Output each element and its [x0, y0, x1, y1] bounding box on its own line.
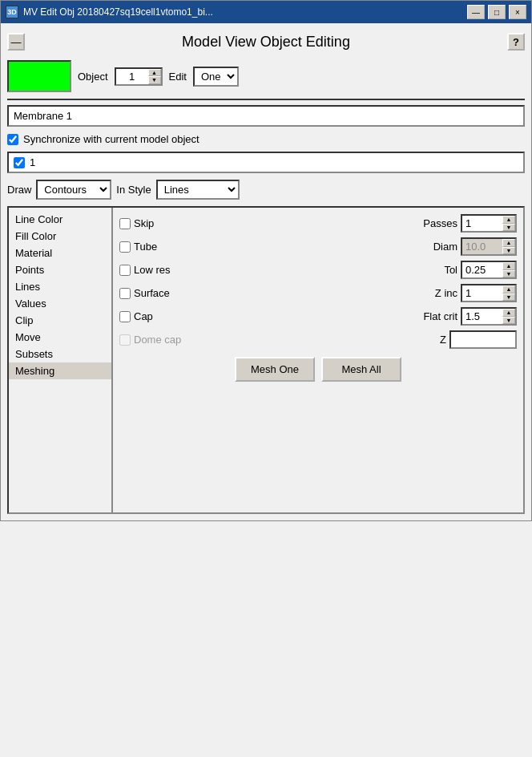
flat-crit-group: Flat crit ▲ ▼: [423, 307, 517, 326]
dome-cap-check-label: Dome cap: [119, 334, 191, 346]
main-window: 3D MV Edit Obj 20180427sq19cell1vtomo1_b…: [0, 0, 532, 521]
flat-crit-spinbox[interactable]: ▲ ▼: [461, 307, 517, 326]
edit-dropdown[interactable]: One All: [193, 67, 239, 87]
skip-label: Skip: [134, 217, 154, 229]
passes-spin-up[interactable]: ▲: [502, 216, 515, 224]
mesh-one-button[interactable]: Mesh One: [235, 357, 315, 382]
z-inc-input[interactable]: [462, 285, 502, 301]
object-spin-up[interactable]: ▲: [148, 69, 161, 77]
sidebar-item-subsets[interactable]: Subsets: [9, 346, 111, 362]
contours-select[interactable]: Contours Mesh Fill: [38, 181, 110, 198]
style-label: In Style: [116, 184, 151, 196]
title-bar-buttons: — □ ×: [467, 5, 526, 19]
edit-label: Edit: [169, 71, 187, 83]
flat-crit-input[interactable]: [462, 309, 502, 324]
help-button[interactable]: ?: [507, 33, 525, 51]
cap-check-label: Cap: [119, 310, 191, 322]
diam-arrows: ▲ ▼: [502, 239, 515, 254]
draw-row: Draw Contours Mesh Fill In Style Lines P…: [7, 180, 525, 200]
window-maximize-button[interactable]: □: [488, 5, 506, 19]
contours-dropdown[interactable]: Contours Mesh Fill: [36, 180, 111, 200]
header-minimize-button[interactable]: —: [7, 33, 25, 51]
z-field-input[interactable]: [451, 332, 515, 347]
separator-1: [7, 99, 525, 102]
sidebar-item-values[interactable]: Values: [9, 295, 111, 312]
skip-checkbox[interactable]: [119, 218, 131, 229]
sidebar-item-fill-color[interactable]: Fill Color: [9, 228, 111, 245]
flat-crit-spin-down[interactable]: ▼: [502, 317, 515, 325]
flat-crit-spin-up[interactable]: ▲: [502, 309, 515, 317]
dome-cap-row: Dome cap Z: [119, 330, 517, 349]
object-value-input[interactable]: [116, 69, 148, 84]
z-inc-arrows: ▲ ▼: [502, 285, 515, 301]
passes-arrows: ▲ ▼: [502, 216, 515, 231]
surface-check-label: Surface: [119, 287, 191, 299]
mesh-all-button[interactable]: Mesh All: [321, 357, 401, 382]
meshing-content: Skip Passes ▲ ▼: [113, 208, 523, 512]
z-field[interactable]: [449, 330, 517, 349]
skip-check-label: Skip: [119, 217, 191, 229]
z-field-label: Z: [440, 334, 446, 346]
diam-spin-down: ▼: [502, 247, 515, 255]
cap-checkbox[interactable]: [119, 311, 131, 322]
object-edit-row: Object ▲ ▼ Edit One All: [7, 60, 525, 92]
sync-checkbox[interactable]: [7, 134, 18, 145]
z-inc-label: Z inc: [435, 287, 457, 299]
name-field[interactable]: [7, 105, 525, 127]
passes-spinbox[interactable]: ▲ ▼: [461, 214, 517, 233]
window-content: — Model View Object Editing ? Object ▲ ▼…: [1, 23, 531, 520]
sidebar-item-move[interactable]: Move: [9, 329, 111, 346]
diam-spinbox: ▲ ▼: [461, 237, 517, 256]
window-minimize-button[interactable]: —: [467, 5, 485, 19]
z-inc-spin-up[interactable]: ▲: [502, 285, 515, 293]
flat-crit-arrows: ▲ ▼: [502, 309, 515, 324]
style-dropdown[interactable]: Lines Points Fill: [156, 180, 240, 200]
sidebar-item-clip[interactable]: Clip: [9, 312, 111, 329]
passes-spin-down[interactable]: ▼: [502, 224, 515, 232]
sidebar-item-line-color[interactable]: Line Color: [9, 211, 111, 228]
draw-label: Draw: [7, 184, 31, 196]
object-spinbox[interactable]: ▲ ▼: [115, 67, 163, 86]
sync-label: Synchronize with current model object: [23, 133, 200, 145]
low-res-checkbox[interactable]: [119, 265, 131, 276]
tube-checkbox[interactable]: [119, 241, 131, 253]
tol-group: Tol ▲ ▼: [444, 261, 517, 279]
object-spin-down[interactable]: ▼: [148, 76, 161, 84]
diam-label: Diam: [433, 241, 457, 253]
edit-select[interactable]: One All: [195, 68, 237, 85]
passes-label: Passes: [423, 217, 457, 229]
dome-cap-checkbox: [119, 334, 131, 346]
z-field-group: Z: [440, 330, 517, 349]
object-arrows: ▲ ▼: [148, 69, 161, 84]
surface-checkbox[interactable]: [119, 288, 131, 299]
header-title: Model View Object Editing: [25, 34, 507, 51]
tol-spin-up[interactable]: ▲: [502, 262, 515, 270]
flat-crit-label: Flat crit: [423, 310, 457, 322]
passes-group: Passes ▲ ▼: [423, 214, 517, 233]
z-inc-spinbox[interactable]: ▲ ▼: [461, 284, 517, 302]
title-bar-text: MV Edit Obj 20180427sq19cell1vtomo1_bi..…: [23, 6, 467, 18]
item-checkbox-row: 1: [7, 152, 525, 173]
window-close-button[interactable]: ×: [509, 5, 526, 19]
header-row: — Model View Object Editing ?: [7, 30, 525, 54]
tol-spin-down[interactable]: ▼: [502, 270, 515, 278]
sidebar-item-points[interactable]: Points: [9, 261, 111, 278]
z-inc-spin-down[interactable]: ▼: [502, 293, 515, 302]
diam-spin-up: ▲: [502, 239, 515, 247]
item-checkbox[interactable]: [14, 157, 25, 168]
low-res-label: Low res: [134, 264, 171, 276]
tol-input[interactable]: [462, 262, 502, 277]
color-swatch[interactable]: [7, 60, 71, 92]
tol-spinbox[interactable]: ▲ ▼: [461, 261, 517, 279]
style-select[interactable]: Lines Points Fill: [158, 181, 238, 198]
sidebar-item-meshing[interactable]: Meshing: [9, 362, 111, 379]
skip-row: Skip Passes ▲ ▼: [119, 214, 517, 233]
object-label: Object: [78, 71, 108, 83]
app-icon: 3D: [6, 6, 18, 18]
dome-cap-label: Dome cap: [134, 334, 181, 346]
tol-arrows: ▲ ▼: [502, 262, 515, 277]
sidebar-item-lines[interactable]: Lines: [9, 278, 111, 295]
button-row: Mesh One Mesh All: [119, 357, 517, 382]
sidebar-item-material[interactable]: Material: [9, 245, 111, 261]
passes-input[interactable]: [462, 216, 502, 231]
